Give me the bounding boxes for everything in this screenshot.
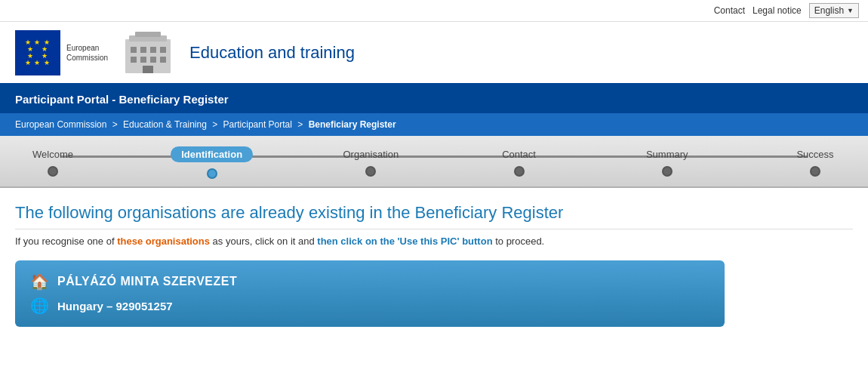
step-welcome-dot bbox=[48, 166, 58, 177]
building-icon bbox=[122, 28, 174, 77]
portal-banner: Participant Portal - Beneficiary Registe… bbox=[0, 85, 868, 113]
site-title: Education and training bbox=[189, 43, 355, 63]
home-icon: 🏠 bbox=[30, 272, 48, 291]
step-welcome-label: Welcome bbox=[32, 149, 73, 160]
svg-rect-6 bbox=[160, 47, 166, 53]
step-summary[interactable]: Summary bbox=[637, 149, 697, 177]
contact-link[interactable]: Contact bbox=[714, 5, 745, 16]
org-name-row: 🏠 PÁLYÁZÓ MINTA SZERVEZET bbox=[30, 272, 709, 291]
step-success[interactable]: Success bbox=[785, 149, 845, 177]
step-identification-dot bbox=[207, 168, 217, 179]
step-contact-dot bbox=[514, 166, 525, 177]
logo-area: ★ ★ ★★ ★★ ★★ ★ ★ European Commission bbox=[15, 28, 174, 77]
step-identification[interactable]: Identification bbox=[171, 146, 253, 179]
step-organisation-dot bbox=[365, 166, 376, 177]
step-success-label: Success bbox=[796, 149, 833, 160]
svg-rect-5 bbox=[150, 47, 156, 53]
language-selector[interactable]: English ▼ bbox=[809, 3, 859, 18]
portal-banner-text: Participant Portal - Beneficiary Registe… bbox=[15, 93, 229, 106]
breadcrumb: European Commission > Education & Traini… bbox=[0, 113, 868, 136]
step-organisation-label: Organisation bbox=[343, 149, 399, 160]
org-name: PÁLYÁZÓ MINTA SZERVEZET bbox=[57, 275, 237, 288]
org-location: Hungary – 929051257 bbox=[57, 300, 173, 312]
step-identification-label: Identification bbox=[171, 146, 253, 162]
language-label: English bbox=[814, 5, 844, 16]
dropdown-arrow-icon: ▼ bbox=[847, 7, 854, 14]
step-organisation[interactable]: Organisation bbox=[340, 149, 401, 177]
breadcrumb-separator: > bbox=[297, 119, 303, 130]
legal-notice-link[interactable]: Legal notice bbox=[753, 5, 802, 16]
step-contact-label: Contact bbox=[502, 149, 536, 160]
org-card[interactable]: 🏠 PÁLYÁZÓ MINTA SZERVEZET 🌐 Hungary – 92… bbox=[15, 260, 725, 327]
step-summary-dot bbox=[662, 166, 673, 177]
svg-rect-2 bbox=[135, 32, 161, 37]
breadcrumb-item-ec[interactable]: European Commission bbox=[15, 119, 106, 130]
breadcrumb-separator: > bbox=[112, 119, 118, 130]
instruction-part2: as yours, click on it and bbox=[210, 236, 317, 247]
svg-rect-11 bbox=[143, 66, 153, 73]
commission-text: European Commission bbox=[60, 40, 114, 66]
svg-rect-3 bbox=[131, 47, 137, 53]
instruction-part1: If you recognise one of bbox=[15, 236, 117, 247]
svg-rect-4 bbox=[140, 47, 146, 53]
breadcrumb-item-portal[interactable]: Participant Portal bbox=[223, 119, 292, 130]
steps-row: Welcome Identification Organisation Cont… bbox=[23, 146, 845, 179]
main-content: The following organisations are already … bbox=[0, 188, 868, 342]
wizard-steps: Welcome Identification Organisation Cont… bbox=[0, 136, 868, 188]
globe-icon: 🌐 bbox=[30, 297, 48, 315]
svg-rect-8 bbox=[140, 57, 146, 63]
top-bar: Contact Legal notice English ▼ bbox=[0, 0, 868, 22]
instruction-highlight-org: these organisations bbox=[117, 236, 210, 247]
step-success-dot bbox=[810, 166, 820, 177]
org-location-row: 🌐 Hungary – 929051257 bbox=[30, 297, 709, 315]
eu-flag-icon: ★ ★ ★★ ★★ ★★ ★ ★ bbox=[15, 30, 60, 75]
step-summary-label: Summary bbox=[646, 149, 688, 160]
svg-rect-7 bbox=[131, 57, 137, 63]
eu-stars: ★ ★ ★★ ★★ ★★ ★ ★ bbox=[25, 39, 51, 66]
svg-rect-9 bbox=[150, 57, 156, 63]
page-title: The following organisations are already … bbox=[15, 203, 853, 229]
instruction-text: If you recognise one of these organisati… bbox=[15, 236, 853, 247]
svg-rect-10 bbox=[160, 57, 166, 63]
breadcrumb-current: Beneficiary Register bbox=[309, 119, 396, 130]
step-welcome[interactable]: Welcome bbox=[23, 149, 83, 177]
breadcrumb-item-education[interactable]: Education & Training bbox=[123, 119, 207, 130]
breadcrumb-separator: > bbox=[212, 119, 217, 130]
site-header: ★ ★ ★★ ★★ ★★ ★ ★ European Commission Edu… bbox=[0, 22, 868, 85]
instruction-part3: to proceed. bbox=[493, 236, 545, 247]
instruction-highlight-btn: then click on the 'Use this PIC' button bbox=[317, 236, 492, 247]
step-contact[interactable]: Contact bbox=[489, 149, 549, 177]
